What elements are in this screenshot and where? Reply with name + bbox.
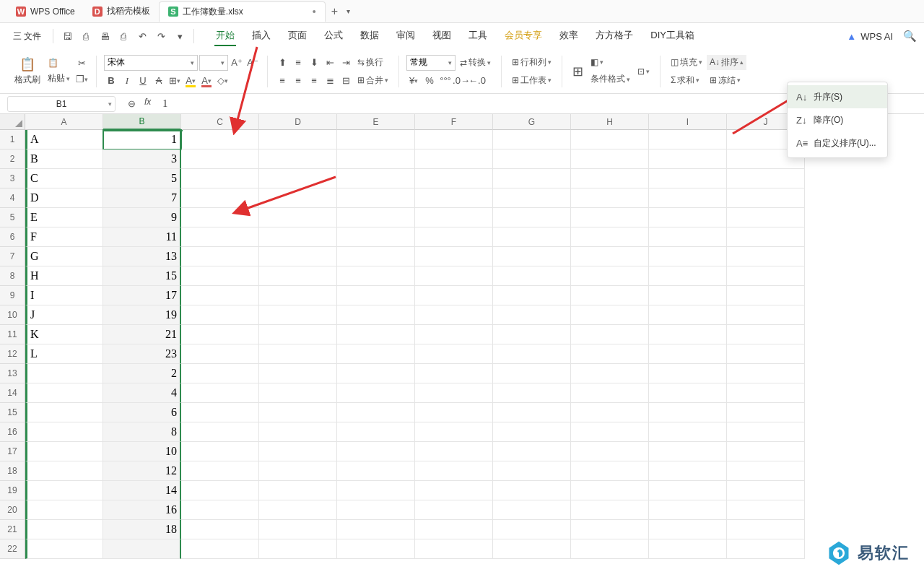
cell[interactable]: 18	[103, 520, 181, 539]
tab-wps-office[interactable]: W WPS Office	[7, 1, 84, 22]
cell[interactable]	[25, 481, 103, 500]
cell[interactable]: K	[25, 325, 103, 344]
cell[interactable]	[259, 520, 337, 539]
cell[interactable]	[727, 169, 805, 188]
column-header[interactable]: I	[649, 114, 727, 130]
comma-icon[interactable]: °°°	[438, 74, 453, 88]
cell[interactable]	[493, 481, 571, 500]
cell[interactable]	[649, 247, 727, 266]
cell[interactable]	[493, 208, 571, 227]
column-header[interactable]: D	[259, 114, 337, 130]
cell[interactable]	[25, 422, 103, 442]
cell[interactable]: D	[25, 188, 103, 208]
cell[interactable]	[493, 383, 571, 403]
cell[interactable]	[493, 520, 571, 539]
cell[interactable]	[493, 305, 571, 325]
row-header[interactable]: 10	[0, 305, 25, 325]
cell[interactable]	[727, 364, 805, 383]
cell[interactable]	[727, 481, 805, 500]
paste-button[interactable]: 📋	[45, 56, 73, 69]
cell[interactable]	[181, 403, 259, 422]
cell[interactable]: I	[25, 286, 103, 305]
cell[interactable]	[649, 403, 727, 422]
cell[interactable]	[727, 500, 805, 520]
tab-review[interactable]: 审阅	[395, 26, 417, 46]
cell[interactable]	[259, 130, 337, 149]
cell[interactable]	[649, 520, 727, 539]
preview-icon[interactable]: ⎙	[116, 28, 131, 44]
cell[interactable]	[727, 208, 805, 227]
cell[interactable]	[259, 500, 337, 520]
fill-button[interactable]: ◫填充▾	[668, 55, 705, 70]
cell[interactable]	[25, 383, 103, 403]
cell[interactable]	[571, 325, 649, 344]
font-size-select[interactable]: ▾	[199, 55, 228, 71]
cell[interactable]	[415, 208, 493, 227]
cell[interactable]	[25, 500, 103, 520]
cancel-icon[interactable]: ⊖	[124, 97, 139, 111]
cell[interactable]	[415, 364, 493, 383]
tab-diy[interactable]: DIY工具箱	[649, 26, 696, 46]
cell[interactable]: A	[25, 130, 103, 149]
row-col-button[interactable]: ⊞行和列▾	[509, 55, 554, 70]
cell[interactable]	[337, 286, 415, 305]
cell[interactable]	[493, 227, 571, 247]
cell[interactable]: 1	[103, 130, 181, 149]
merge-button[interactable]: ⊞合并▾	[354, 73, 391, 88]
cell[interactable]	[181, 500, 259, 520]
cell[interactable]	[493, 364, 571, 383]
cell[interactable]	[181, 149, 259, 169]
cell[interactable]	[727, 383, 805, 403]
search-icon[interactable]: 🔍	[903, 30, 917, 43]
cell[interactable]	[571, 461, 649, 481]
cell[interactable]	[571, 188, 649, 208]
cell[interactable]	[493, 344, 571, 364]
cell[interactable]	[337, 500, 415, 520]
cell[interactable]	[337, 461, 415, 481]
cell[interactable]	[181, 539, 259, 559]
cell[interactable]	[337, 364, 415, 383]
cell[interactable]	[181, 227, 259, 247]
tab-formula[interactable]: 公式	[323, 26, 344, 46]
currency-icon[interactable]: ¥▾	[406, 74, 421, 88]
cell[interactable]: 10	[103, 442, 181, 461]
font-increase-icon[interactable]: A⁺	[230, 56, 244, 70]
cell[interactable]	[649, 130, 727, 149]
cell[interactable]	[415, 169, 493, 188]
cell[interactable]: 3	[103, 149, 181, 169]
cell[interactable]	[103, 539, 181, 559]
cell[interactable]: 14	[103, 481, 181, 500]
convert-button[interactable]: ⇄转换▾	[457, 55, 494, 70]
cell[interactable]	[493, 169, 571, 188]
cell[interactable]	[493, 539, 571, 559]
cell[interactable]	[571, 149, 649, 169]
tab-data[interactable]: 数据	[359, 26, 380, 46]
cell[interactable]: 23	[103, 344, 181, 364]
cell[interactable]	[649, 383, 727, 403]
cell[interactable]	[337, 188, 415, 208]
row-header[interactable]: 6	[0, 227, 25, 247]
cell[interactable]	[727, 266, 805, 286]
cell[interactable]	[259, 188, 337, 208]
cell[interactable]	[337, 481, 415, 500]
paste-dropdown[interactable]: 粘贴▾	[45, 71, 73, 86]
row-header[interactable]: 13	[0, 364, 25, 383]
cell[interactable]	[571, 481, 649, 500]
cell[interactable]	[415, 286, 493, 305]
percent-icon[interactable]: %	[422, 74, 437, 88]
cell[interactable]	[337, 520, 415, 539]
row-header[interactable]: 8	[0, 266, 25, 286]
cell[interactable]	[649, 442, 727, 461]
cell[interactable]	[415, 266, 493, 286]
cell[interactable]	[25, 442, 103, 461]
sort-desc-item[interactable]: Z↓降序(O)	[788, 108, 887, 131]
fx-icon[interactable]: fx	[144, 97, 151, 111]
align-left-icon[interactable]: ≡	[275, 73, 289, 87]
italic-icon[interactable]: I	[120, 74, 134, 88]
cell[interactable]	[415, 520, 493, 539]
cell[interactable]	[415, 442, 493, 461]
column-header[interactable]: C	[181, 114, 259, 130]
cell[interactable]	[415, 500, 493, 520]
cell[interactable]: J	[25, 305, 103, 325]
cell[interactable]: 16	[103, 500, 181, 520]
